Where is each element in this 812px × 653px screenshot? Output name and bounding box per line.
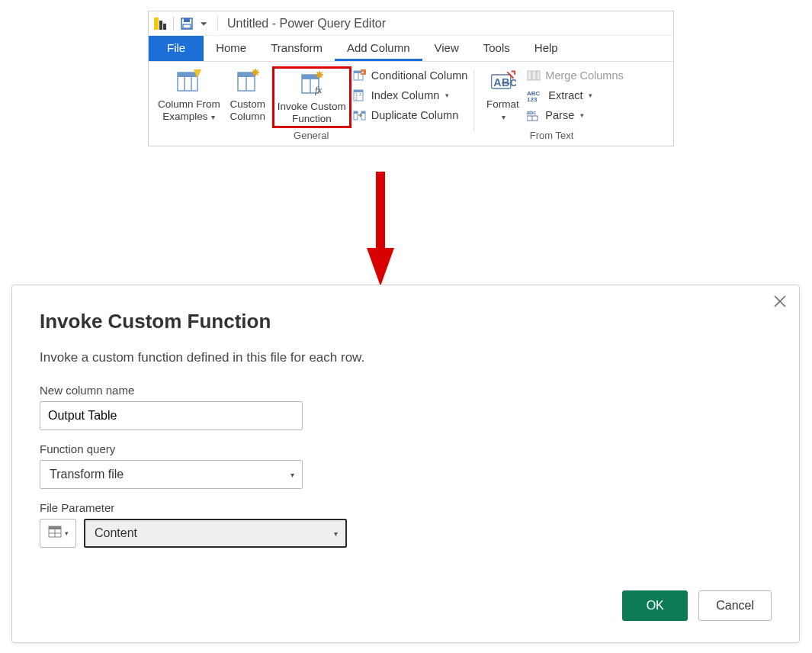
svg-rect-9 (178, 72, 197, 77)
invoke-custom-function-icon: fx (298, 70, 326, 98)
chevron-down-icon: ▾ (65, 529, 69, 537)
parse-button[interactable]: abc Parse ▾ (527, 108, 623, 123)
merge-columns-icon (527, 69, 541, 82)
svg-rect-39 (354, 111, 358, 114)
parameter-type-picker[interactable]: ▾ (40, 519, 76, 548)
chevron-down-icon: ▾ (290, 471, 294, 479)
new-column-name-input[interactable] (40, 401, 303, 430)
svg-text:2: 2 (355, 96, 358, 101)
format-icon: A B C (489, 68, 516, 95)
function-query-value: Transform file (50, 468, 124, 481)
extract-button[interactable]: ABC 123 Extract ▾ (527, 88, 623, 103)
svg-text:B: B (502, 76, 509, 88)
close-button[interactable] (772, 293, 788, 310)
power-query-editor-window: ⏷ Untitled - Power Query Editor File Hom… (148, 11, 674, 146)
window-title: Untitled - Power Query Editor (227, 17, 386, 31)
format-button[interactable]: A B C Format ▾ (480, 66, 525, 124)
svg-marker-57 (367, 248, 394, 286)
chevron-down-icon: ▾ (334, 529, 338, 538)
dialog-subtitle: Invoke a custom function defined in this… (40, 350, 772, 365)
save-icon[interactable] (180, 17, 194, 31)
svg-rect-13 (238, 72, 255, 77)
group-caption-from-text: From Text (480, 128, 623, 144)
extract-icon: ABC 123 (527, 89, 544, 101)
svg-rect-56 (376, 172, 385, 252)
function-query-select[interactable]: Transform file ▾ (40, 460, 303, 489)
chevron-down-icon: ▾ (502, 113, 505, 121)
svg-text:abc: abc (527, 110, 536, 115)
chevron-down-icon: ▾ (445, 88, 449, 103)
tab-view[interactable]: View (422, 36, 471, 61)
function-query-label: Function query (40, 442, 772, 455)
column-from-examples-icon (175, 68, 203, 95)
svg-rect-0 (154, 18, 159, 30)
duplicate-column-icon (353, 108, 367, 122)
conditional-column-icon: ≠ (353, 69, 367, 82)
tab-transform[interactable]: Transform (258, 36, 335, 61)
column-from-examples-button[interactable]: Column From Examples ▾ (155, 66, 223, 124)
merge-columns-button: Merge Columns (527, 68, 623, 83)
tab-file[interactable]: File (149, 36, 204, 61)
file-parameter-label: File Parameter (40, 501, 772, 514)
new-column-name-label: New column name (40, 384, 772, 397)
table-icon (48, 526, 62, 541)
duplicate-column-button[interactable]: Duplicate Column (353, 108, 468, 123)
svg-text:3: 3 (359, 92, 361, 97)
svg-rect-50 (537, 71, 540, 80)
chevron-down-icon: ▾ (580, 108, 584, 123)
ok-button[interactable]: OK (622, 590, 688, 621)
file-parameter-value: Content (95, 526, 137, 540)
app-logo-icon (153, 17, 167, 31)
custom-column-button[interactable]: Custom Column (225, 66, 271, 124)
svg-rect-21 (302, 75, 319, 79)
conditional-column-button[interactable]: ≠ Conditional Column (353, 68, 468, 83)
invoke-custom-function-button[interactable]: fx Invoke Custom Function (272, 66, 351, 128)
ribbon-group-general: Column From Examples ▾ (149, 62, 473, 146)
dialog-title: Invoke Custom Function (40, 310, 772, 333)
ribbon-group-from-text: A B C Format ▾ (473, 62, 629, 146)
svg-rect-41 (361, 111, 365, 114)
tab-home[interactable]: Home (204, 36, 258, 61)
ribbon-tabs: File Home Transform Add Column View Tool… (149, 36, 673, 62)
parse-icon: abc (527, 109, 541, 121)
svg-rect-49 (532, 71, 536, 80)
svg-rect-5 (183, 24, 191, 28)
tab-add-column[interactable]: Add Column (335, 36, 422, 61)
tab-tools[interactable]: Tools (471, 36, 522, 61)
svg-rect-4 (184, 18, 190, 22)
chevron-down-icon: ▾ (210, 113, 216, 121)
svg-text:A: A (494, 76, 502, 88)
group-caption-general: General (155, 128, 467, 144)
ribbon-body: Column From Examples ▾ (149, 62, 673, 146)
file-parameter-select[interactable]: Content ▾ (84, 519, 347, 548)
svg-rect-1 (159, 21, 162, 30)
annotation-arrow-icon (367, 172, 394, 286)
index-column-button[interactable]: 1 2 3 Index Column ▾ (353, 88, 468, 103)
quick-access-dropdown-icon[interactable]: ⏷ (198, 19, 210, 28)
title-bar: ⏷ Untitled - Power Query Editor (149, 11, 673, 36)
svg-rect-48 (528, 71, 531, 80)
invoke-custom-function-dialog: Invoke Custom Function Invoke a custom f… (11, 285, 800, 643)
cancel-button[interactable]: Cancel (698, 590, 772, 621)
svg-text:123: 123 (527, 96, 538, 101)
custom-column-icon (234, 68, 262, 95)
svg-text:fx: fx (315, 84, 323, 95)
svg-rect-2 (163, 24, 166, 30)
chevron-down-icon: ▾ (589, 88, 592, 103)
tab-help[interactable]: Help (522, 36, 570, 61)
index-column-icon: 1 2 3 (353, 88, 367, 102)
svg-text:C: C (510, 78, 516, 88)
